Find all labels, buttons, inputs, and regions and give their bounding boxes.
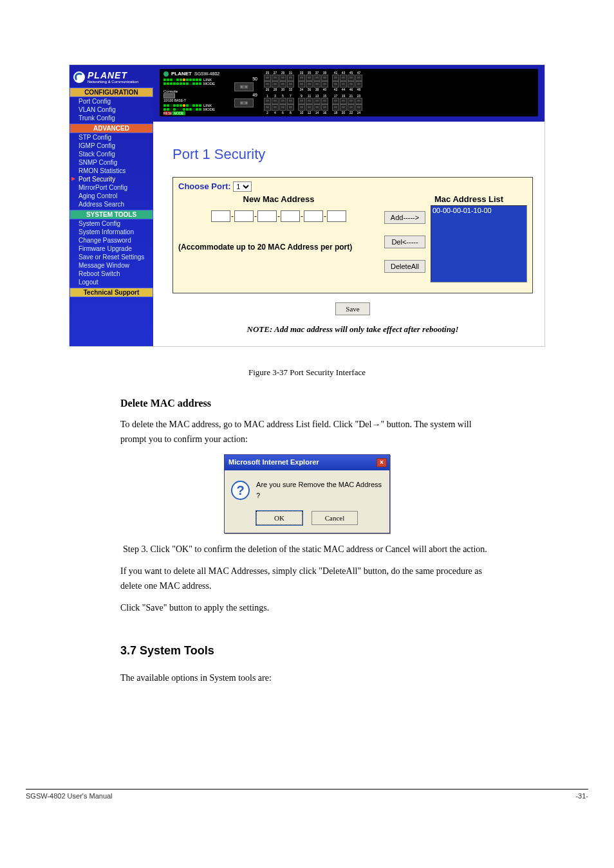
device-brand: PLANET (171, 71, 192, 77)
main-panel: PLANET SGSW-4802 LINKMODE Console 10/100… (153, 65, 544, 346)
nav-item-port-security[interactable]: Port Security (70, 175, 153, 183)
nav-item-stp-config[interactable]: STP Config (70, 133, 153, 142)
choose-port-select[interactable]: 1 (233, 181, 252, 192)
nav-item-snmp-config[interactable]: SNMP Config (70, 158, 153, 167)
delete-all-p: If you want to delete all MAC Addresses,… (120, 564, 494, 593)
page-title: Port 1 Security (172, 146, 533, 163)
port-row-bottom: 135724689111315101214161719212318202224 (264, 94, 534, 115)
mac-address-list[interactable]: 00-00-00-01-10-00 (431, 205, 527, 282)
mac-list-item[interactable]: 00-00-00-01-10-00 (433, 207, 525, 214)
delete-mac-heading: Delete MAC address (120, 395, 494, 412)
save-save-p: Click "Save" button to apply the setting… (120, 601, 494, 615)
mac-input-group: - - - - - (178, 210, 379, 222)
nav-header-system-tools: SYSTEM TOOLS (70, 210, 153, 219)
question-icon: ? (231, 481, 250, 500)
footer-right: -31- (575, 792, 588, 800)
mac-list-heading: Mac Address List (431, 194, 527, 204)
article: Figure 3-37 Port Security Interface Dele… (120, 366, 494, 686)
nav-item-mirrorport-config[interactable]: MirrorPort Config (70, 183, 153, 192)
step3: Step 3. Click "OK" to confirm the deleti… (123, 542, 494, 557)
figure-caption: Figure 3-37 Port Security Interface (120, 366, 494, 380)
choose-port-label: Choose Port: (178, 181, 231, 191)
device-banner: PLANET SGSW-4802 LINKMODE Console 10/100… (153, 65, 544, 122)
nav-header-technical-support: Technical Support (70, 288, 153, 297)
nav-item-stack-config[interactable]: Stack Config (70, 150, 153, 158)
ie-confirm-dialog: Microsoft Internet Explorer × ? Are you … (224, 454, 390, 533)
dialog-cancel-button[interactable]: Cancel (312, 511, 358, 525)
port-row-top: 2527293126283032333537393436384041434547… (264, 71, 534, 91)
nav-item-system-information[interactable]: System Information (70, 228, 153, 236)
logo: PLANET Networking & Communication (70, 65, 153, 86)
module-50-label: 50 (234, 77, 260, 81)
nav-header-configuration: CONFIGURATION (70, 88, 153, 97)
nav-item-logout[interactable]: Logout (70, 278, 153, 286)
footer-left: SGSW-4802 User's Manual (26, 792, 113, 800)
sidebar: PLANET Networking & Communication CONFIG… (70, 65, 153, 346)
dialog-message: Are you sure Remove the MAC Address ? (256, 479, 383, 502)
dialog-title: Microsoft Internet Explorer (228, 457, 319, 468)
accommodate-note: (Accommodate up to 20 MAC Address per po… (178, 243, 379, 252)
nav-item-igmp-config[interactable]: IGMP Config (70, 142, 153, 150)
module-slot-50 (234, 82, 254, 91)
mac-octet-4[interactable] (281, 210, 300, 222)
nav-item-address-search[interactable]: Address Search (70, 200, 153, 208)
reset-button[interactable]: RESET (163, 111, 171, 115)
delete-all-button[interactable]: DeleteAll (384, 260, 425, 273)
nav-item-rmon-statistics[interactable]: RMON Statistics (70, 167, 153, 175)
mac-octet-6[interactable] (327, 210, 346, 222)
dialog-close-icon[interactable]: × (377, 458, 387, 467)
new-mac-heading: New Mac Address (178, 194, 379, 204)
mac-octet-1[interactable] (211, 210, 230, 222)
page-footer: SGSW-4802 User's Manual -31- (26, 790, 588, 802)
delete-mac-p1: To delete the MAC address, go to MAC add… (120, 418, 494, 447)
nav-item-reboot-switch[interactable]: Reboot Switch (70, 270, 153, 278)
planet-logo-icon (73, 71, 85, 83)
mode-button[interactable]: MODE (172, 111, 185, 115)
mac-octet-3[interactable] (257, 210, 277, 222)
nav-item-vlan-config[interactable]: VLAN Config (70, 106, 153, 114)
logo-tagline: Networking & Communication (88, 80, 138, 84)
nav-item-save-or-reset-settings[interactable]: Save or Reset Settings (70, 253, 153, 261)
logo-brand: PLANET (88, 70, 138, 80)
mac-octet-5[interactable] (304, 210, 323, 222)
save-button[interactable]: Save (335, 302, 370, 315)
nav-item-change-password[interactable]: Change Password (70, 236, 153, 245)
nav-item-system-config[interactable]: System Config (70, 219, 153, 228)
nav-item-port-config[interactable]: Port Config (70, 97, 153, 106)
svg-rect-5 (245, 102, 247, 104)
svg-rect-4 (241, 102, 243, 104)
module-slot-49 (234, 98, 254, 107)
svg-rect-1 (241, 86, 243, 88)
nav-item-trunk-config[interactable]: Trunk Config (70, 114, 153, 122)
device-logo-icon (163, 71, 169, 77)
reboot-note: NOTE: Add mac address will only take eff… (172, 324, 533, 335)
systools-heading: 3.7 System Tools (120, 642, 494, 660)
nav-item-aging-control[interactable]: Aging Control (70, 192, 153, 200)
bps-label: 10/100 BASE-T (163, 98, 230, 102)
dialog-ok-button[interactable]: OK (256, 511, 302, 525)
add-button[interactable]: Add-----> (384, 211, 425, 224)
nav-item-message-window[interactable]: Message Window (70, 261, 153, 270)
module-49-label: 49 (234, 93, 260, 97)
svg-rect-2 (245, 86, 247, 88)
nav-header-advanced: ADVANCED (70, 124, 153, 133)
console-port-icon (163, 93, 175, 98)
systools-p: The available options in System tools ar… (120, 671, 494, 685)
screenshot: PLANET Networking & Communication CONFIG… (69, 64, 545, 347)
device-model: SGSW-4802 (194, 71, 219, 76)
nav-item-firmware-upgrade[interactable]: Firmware Upgrade (70, 245, 153, 253)
mac-octet-2[interactable] (234, 210, 254, 222)
del-button[interactable]: Del<----- (384, 235, 425, 248)
form-panel: Choose Port: 1 New Mac Address - - - (172, 177, 533, 293)
